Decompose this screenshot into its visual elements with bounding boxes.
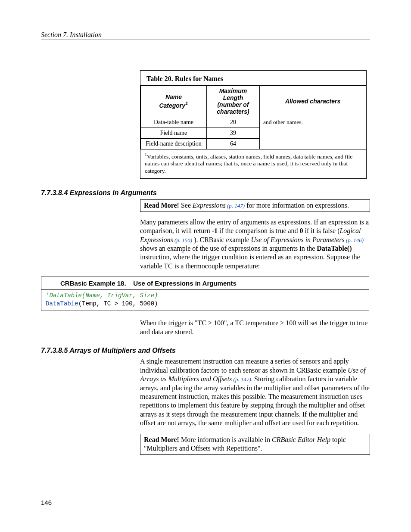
col-header-max-length: Maximum Length (number of characters) [207,86,260,117]
rules-for-names-table: Table 20. Rules for Names Name Category1… [140,70,367,179]
paragraph: Many parameters allow the entry of argum… [140,218,370,271]
page-ref-link[interactable]: (p. 150) [173,237,192,243]
running-header: Section 7. Installation [41,31,370,40]
rules-table-body: Name Category1 Maximum Length (number of… [140,85,366,149]
text: if the comparison is true and [218,227,300,234]
col-header-sup: 1 [185,100,188,106]
read-more-label: Read More! [144,202,179,209]
table-cell-merged: and other names. [260,117,366,149]
crbasic-example-box: CRBasic Example 18. Use of Expressions i… [41,277,369,311]
table-cell: Field-name description [141,139,207,149]
code-text: (Temp, TC > 100, 5000) [78,300,158,307]
read-more-label: Read More! [144,436,179,443]
col-header-text: characters) [217,108,249,115]
table-footnote: 1Variables, constants, units, aliases, s… [140,149,366,178]
text: Storing calibration factors in variable … [140,375,370,426]
text-bold: -1 [212,227,218,234]
read-more-box: Read More! More information is available… [140,434,370,455]
table-cell: Data-table name [141,117,207,128]
text: A single measurement instruction can mea… [140,358,349,373]
text-bold: DataTable() [317,245,352,252]
text-bold: 0 [300,227,303,234]
table-cell: Field name [141,128,207,139]
read-more-text: More information is available in [179,436,272,443]
page-ref-link[interactable]: (p. 147). [232,376,252,383]
section-heading-expressions-in-arguments: 7.7.3.8.4 Expressions in Arguments [41,189,370,197]
table-title: Table 20. Rules for Names [140,71,366,85]
section-heading-arrays-of-multipliers: 7.7.3.8.5 Arrays of Multipliers and Offs… [41,347,370,355]
page: Section 7. Installation Table 20. Rules … [0,0,411,532]
section-body: When the trigger is "TC > 100", a TC tem… [140,319,370,336]
code-comment: 'DataTable(Name, TrigVar, Size) [46,292,158,299]
table-cell: 20 [207,117,260,128]
col-header-text: (number of [217,101,249,108]
text-ital: Use of Expressions in Parameters [251,236,345,243]
read-more-text: for more information on expressions. [245,202,349,209]
table-row: Data-table name 20 and other names. [141,117,366,128]
read-more-ital: Expressions [193,202,226,209]
page-ref-link[interactable]: (p. 146) [345,237,364,243]
text: if it is false ( [303,227,340,234]
col-header-name-category: Name Category1 [141,86,207,117]
footnote-text: Variables, constants, units, aliases, st… [145,153,352,174]
paragraph: When the trigger is "TC > 100", a TC tem… [140,319,370,336]
page-ref-link[interactable]: (p. 147) [226,202,245,209]
read-more-ital: CRBasic Editor Help [272,436,330,443]
col-header-text: Maximum Length [219,87,247,101]
read-more-box: Read More! See Expressions (p. 147) for … [140,199,370,212]
crbasic-example-title: CRBasic Example 18. Use of Expressions i… [41,277,369,290]
text: ). CRBasic example [192,236,251,243]
text: shows an example of the use of expressio… [140,245,317,252]
col-header-allowed-chars: Allowed characters [260,86,366,117]
crbasic-example-code: 'DataTable(Name, TrigVar, Size) DataTabl… [41,290,369,311]
section-body: Read More! See Expressions (p. 147) for … [140,199,370,271]
read-more-text: See [179,202,193,209]
page-number: 146 [41,499,52,506]
table-cell: 64 [207,139,260,149]
text: instruction, where the trigger condition… [140,253,360,269]
example-caption: Use of Expressions in Arguments [133,280,237,287]
example-number: CRBasic Example 18. [60,280,126,287]
section-body: A single measurement instruction can mea… [140,357,370,455]
table-cell: 39 [207,128,260,139]
code-keyword: DataTable [46,300,78,307]
paragraph: A single measurement instruction can mea… [140,357,370,428]
col-header-text: Name [165,93,182,100]
col-header-text: Category [159,102,185,109]
